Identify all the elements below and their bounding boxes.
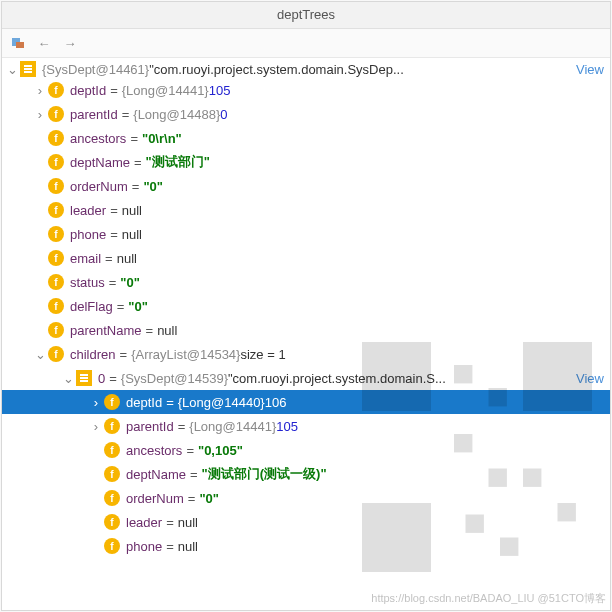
- field-value: null: [122, 203, 142, 218]
- field-icon: f: [104, 490, 120, 506]
- view-link[interactable]: View: [576, 371, 604, 386]
- list-index-icon: [76, 370, 92, 386]
- variable-tree[interactable]: ⌄{SysDept@14461} "com.ruoyi.project.syst…: [2, 58, 610, 610]
- field-value: null: [157, 323, 177, 338]
- equals-sign: =: [101, 251, 117, 266]
- tree-row[interactable]: fdelFlag="0": [2, 294, 610, 318]
- tree-row[interactable]: fstatus="0": [2, 270, 610, 294]
- field-icon: f: [104, 514, 120, 530]
- field-name: email: [70, 251, 101, 266]
- object-ref: {Long@14440}: [178, 395, 265, 410]
- chevron-down-icon[interactable]: ⌄: [32, 346, 48, 362]
- field-value: "测试部门(测试一级)": [202, 465, 327, 483]
- tree-row[interactable]: femail=null: [2, 246, 610, 270]
- field-icon: f: [48, 82, 64, 98]
- field-icon: f: [48, 154, 64, 170]
- chevron-right-icon[interactable]: ›: [32, 82, 48, 98]
- field-icon: f: [104, 538, 120, 554]
- equals-sign: =: [106, 227, 122, 242]
- equals-sign: =: [128, 179, 144, 194]
- equals-sign: =: [105, 371, 121, 386]
- tree-row[interactable]: ›fparentId={Long@14488} 0: [2, 102, 610, 126]
- svg-rect-1: [16, 42, 24, 48]
- field-name: ancestors: [70, 131, 126, 146]
- tree-row[interactable]: fancestors="0\r\n": [2, 126, 610, 150]
- expand-placeholder: [32, 226, 48, 242]
- field-value: 105: [276, 419, 298, 434]
- field-icon: f: [48, 202, 64, 218]
- tree-row[interactable]: forderNum="0": [2, 486, 610, 510]
- field-icon: f: [48, 130, 64, 146]
- field-icon: f: [48, 298, 64, 314]
- chevron-down-icon[interactable]: ⌄: [4, 61, 20, 77]
- field-icon: f: [48, 346, 64, 362]
- equals-sign: =: [116, 347, 132, 362]
- tree-row[interactable]: fphone=null: [2, 534, 610, 558]
- navigate-icon[interactable]: [10, 35, 26, 51]
- object-ref: {Long@14441}: [122, 83, 209, 98]
- tree-row[interactable]: fancestors="0,105": [2, 438, 610, 462]
- equals-sign: =: [106, 83, 122, 98]
- field-name: parentName: [70, 323, 142, 338]
- tree-row[interactable]: fdeptName="测试部门(测试一级)": [2, 462, 610, 486]
- tree-row[interactable]: ›fdeptId={Long@14440} 106: [2, 390, 610, 414]
- equals-sign: =: [130, 155, 146, 170]
- expand-placeholder: [32, 274, 48, 290]
- field-value: "0": [120, 275, 140, 290]
- size-info: size = 1: [240, 347, 285, 362]
- chevron-right-icon[interactable]: ›: [88, 394, 104, 410]
- field-icon: f: [48, 106, 64, 122]
- field-name: leader: [70, 203, 106, 218]
- equals-sign: =: [186, 467, 202, 482]
- field-name: phone: [70, 227, 106, 242]
- field-icon: f: [104, 466, 120, 482]
- tree-row[interactable]: fparentName=null: [2, 318, 610, 342]
- equals-sign: =: [105, 275, 121, 290]
- field-value: "0\r\n": [142, 131, 182, 146]
- debugger-window: deptTrees ← → ⌄{SysDept@14461} "com.ruoy…: [1, 1, 611, 611]
- tree-row[interactable]: fphone=null: [2, 222, 610, 246]
- chevron-right-icon[interactable]: ›: [32, 106, 48, 122]
- expand-placeholder: [32, 178, 48, 194]
- tree-row[interactable]: fleader=null: [2, 510, 610, 534]
- field-value: null: [178, 515, 198, 530]
- field-name: parentId: [70, 107, 118, 122]
- tree-row[interactable]: ⌄0={SysDept@14539} "com.ruoyi.project.sy…: [2, 366, 610, 390]
- back-arrow-icon[interactable]: ←: [36, 35, 52, 51]
- tree-row[interactable]: ›fparentId={Long@14441} 105: [2, 414, 610, 438]
- field-value: 106: [265, 395, 287, 410]
- chevron-right-icon[interactable]: ›: [88, 418, 104, 434]
- tree-row[interactable]: fdeptName="测试部门": [2, 150, 610, 174]
- forward-arrow-icon[interactable]: →: [62, 35, 78, 51]
- field-value: 105: [209, 83, 231, 98]
- field-icon: f: [104, 394, 120, 410]
- expand-placeholder: [32, 130, 48, 146]
- expand-placeholder: [32, 298, 48, 314]
- tree-row[interactable]: ⌄fchildren={ArrayList@14534} size = 1: [2, 342, 610, 366]
- field-icon: f: [48, 274, 64, 290]
- field-value: null: [117, 251, 137, 266]
- field-name: parentId: [126, 419, 174, 434]
- tree-row-truncated[interactable]: ⌄{SysDept@14461} "com.ruoyi.project.syst…: [2, 60, 610, 78]
- equals-sign: =: [106, 203, 122, 218]
- expand-placeholder: [32, 250, 48, 266]
- expand-placeholder: [88, 442, 104, 458]
- view-link[interactable]: View: [576, 62, 604, 77]
- equals-sign: =: [174, 419, 190, 434]
- field-name: 0: [98, 371, 105, 386]
- field-value: null: [122, 227, 142, 242]
- field-value: "0": [199, 491, 219, 506]
- field-name: ancestors: [126, 443, 182, 458]
- field-value: "0": [128, 299, 148, 314]
- field-icon: f: [48, 178, 64, 194]
- expand-placeholder: [32, 322, 48, 338]
- window-title: deptTrees: [2, 2, 610, 29]
- tree-row[interactable]: fleader=null: [2, 198, 610, 222]
- expand-placeholder: [32, 154, 48, 170]
- chevron-down-icon[interactable]: ⌄: [60, 370, 76, 386]
- field-value: null: [178, 539, 198, 554]
- tree-row[interactable]: forderNum="0": [2, 174, 610, 198]
- field-name: orderNum: [126, 491, 184, 506]
- tree-row[interactable]: ›fdeptId={Long@14441} 105: [2, 78, 610, 102]
- expand-placeholder: [32, 202, 48, 218]
